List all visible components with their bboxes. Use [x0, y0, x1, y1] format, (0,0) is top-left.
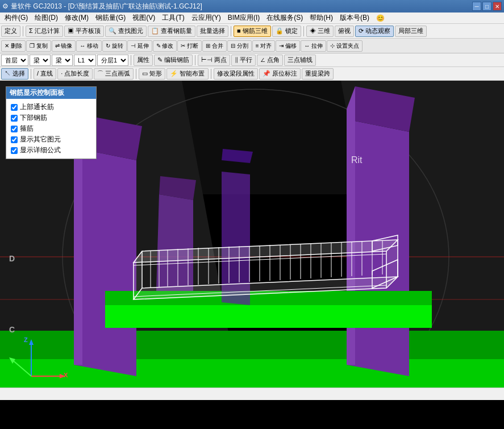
sep-t4b: [136, 69, 136, 79]
sep3: [303, 26, 304, 36]
btn-summary[interactable]: Σ 汇总计算: [26, 26, 63, 37]
btn-copy[interactable]: ❐ 复制: [26, 40, 51, 52]
sep1: [23, 26, 23, 36]
btn-merge[interactable]: ⊞ 合并: [202, 40, 227, 52]
coord-c: C: [9, 325, 15, 334]
menu-version[interactable]: 版本号(B): [336, 13, 373, 23]
label-lower-rebar: 下部钢筋: [20, 113, 47, 123]
coord-x: X: [64, 372, 68, 378]
btn-align[interactable]: ≡ 对齐: [252, 40, 276, 52]
btn-three-arc[interactable]: ⌒ 三点画弧: [94, 68, 134, 80]
sep2: [231, 26, 231, 36]
toolbar-row-3: 首层 梁 梁 L1 分层1 属性 ✎ 编辑钢筋 ⊢⊣ 两点 ∥ 平行 ∠ 点角 …: [0, 53, 504, 67]
btn-parallel[interactable]: ∥ 平行: [231, 55, 256, 66]
btn-stretch[interactable]: ↔ 拉伸: [301, 40, 326, 52]
btn-line[interactable]: / 直线: [34, 68, 56, 80]
titlebar: ⚙ 量软件 GCJ2013 - [D:\预结算及抽筋\广联达抽筋\测试-1.GC…: [0, 0, 504, 13]
menu-ht[interactable]: 绘图(D): [31, 13, 61, 23]
menu-xg[interactable]: 修改(M): [61, 13, 92, 23]
btn-offset[interactable]: ⇥ 偏移: [276, 40, 300, 52]
svg-marker-17: [105, 305, 432, 328]
3d-viewport[interactable]: Rit D C Z X 钢筋显示控制面板 上部通长筋 下部钢筋: [0, 81, 504, 388]
check-show-formula[interactable]: [11, 147, 18, 154]
btn-move[interactable]: ↔ 移动: [76, 40, 102, 52]
sep-t3: [131, 55, 131, 65]
sep-t4c: [211, 69, 211, 79]
maximize-button[interactable]: □: [482, 2, 491, 11]
btn-lock[interactable]: 🔒 锁定: [272, 26, 301, 37]
btn-align-slab[interactable]: ▣ 平齐板顶: [64, 26, 104, 37]
btn-top-view[interactable]: 俯视: [335, 26, 354, 37]
label-show-formula: 显示详细公式: [20, 145, 61, 155]
menu-yy[interactable]: 云应用(Y): [188, 13, 224, 23]
menu-gj2[interactable]: 工具(T): [159, 13, 188, 23]
btn-dynamic-view[interactable]: ⟳ 动态观察: [355, 26, 394, 37]
btn-delete[interactable]: ✕ 删除: [1, 40, 26, 52]
window-title: 量软件 GCJ2013 - [D:\预结算及抽筋\广联达抽筋\测试-1.GCJ1…: [11, 2, 472, 11]
btn-find[interactable]: 🔍 查找图元: [105, 26, 147, 37]
btn-rect[interactable]: ▭ 矩形: [139, 68, 165, 80]
btn-three-point-aux[interactable]: 三点辅线: [284, 55, 316, 66]
btn-3d[interactable]: ◈ 三维: [306, 26, 334, 37]
rebar-control-panel: 钢筋显示控制面板 上部通长筋 下部钢筋 箍筋 显示其它图元 显示详细公式: [6, 86, 97, 159]
btn-point-length[interactable]: · 点加长度: [57, 68, 93, 80]
btn-mirror[interactable]: ⇌ 镜像: [52, 40, 76, 52]
btn-modify[interactable]: ✎ 修改: [153, 40, 177, 52]
btn-extend[interactable]: ⊣ 延伸: [127, 40, 152, 52]
btn-local-3d[interactable]: 局部三维: [395, 26, 427, 37]
rebar-panel-body: 上部通长筋 下部钢筋 箍筋 显示其它图元 显示详细公式: [6, 99, 96, 159]
svg-marker-15: [156, 194, 193, 297]
menu-online[interactable]: 在线服务(S): [263, 13, 306, 23]
menu-bim[interactable]: BIM应用(I): [224, 13, 264, 23]
checkbox-show-formula[interactable]: 显示详细公式: [11, 145, 91, 155]
menu-gj[interactable]: 构件(G): [1, 13, 31, 23]
btn-rebar-3d[interactable]: ■ 钢筋三维: [234, 26, 271, 37]
check-show-other[interactable]: [11, 136, 18, 143]
toolbar-row-2: ✕ 删除 ❐ 复制 ⇌ 镜像 ↔ 移动 ↻ 旋转 ⊣ 延伸 ✎ 修改 ✂ 打断 …: [0, 39, 504, 53]
btn-in-situ-mark[interactable]: 📌 原位标注: [259, 68, 301, 80]
toolbar-row-4: ↖ 选择 / 直线 · 点加长度 ⌒ 三点画弧 ▭ 矩形 ⚡ 智能布置 修改梁段…: [0, 67, 504, 81]
btn-angle-point[interactable]: ∠ 点角: [257, 55, 283, 66]
btn-split[interactable]: ⊟ 分割: [227, 40, 252, 52]
coord-d: D: [9, 254, 15, 263]
rebar-panel-title: 钢筋显示控制面板: [6, 87, 96, 99]
select-sublayer[interactable]: 分层1: [97, 55, 128, 66]
check-stirrup[interactable]: [11, 126, 18, 132]
svg-marker-9: [74, 149, 136, 376]
checkbox-lower-rebar[interactable]: 下部钢筋: [11, 113, 91, 123]
menu-emoji: 😊: [373, 14, 388, 23]
window-controls: ─ □ ✕: [472, 2, 502, 11]
toolbar-row-1: 定义 Σ 汇总计算 ▣ 平齐板顶 🔍 查找图元 📋 查看钢筋量 批量选择 ■ 钢…: [0, 24, 504, 39]
select-type2[interactable]: 梁: [52, 55, 73, 66]
btn-define[interactable]: 定义: [1, 26, 20, 37]
btn-rotate[interactable]: ↻ 旋转: [102, 40, 127, 52]
btn-property[interactable]: 属性: [134, 55, 153, 66]
select-type1[interactable]: 梁: [30, 55, 51, 66]
menu-help[interactable]: 帮助(H): [306, 13, 336, 23]
btn-setpoint[interactable]: ⊹ 设置夹点: [327, 40, 363, 52]
check-upper-rebar[interactable]: [11, 104, 18, 111]
checkbox-stirrup[interactable]: 箍筋: [11, 124, 91, 134]
close-button[interactable]: ✕: [493, 2, 502, 11]
btn-two-point[interactable]: ⊢⊣ 两点: [198, 55, 230, 66]
checkbox-upper-rebar[interactable]: 上部通长筋: [11, 102, 91, 112]
btn-smart-place[interactable]: ⚡ 智能布置: [166, 68, 208, 80]
label-stirrup: 箍筋: [20, 124, 34, 134]
btn-modify-beam-seg[interactable]: 修改梁段属性: [214, 68, 258, 80]
select-floor[interactable]: 首层: [1, 55, 28, 66]
btn-view-rebar[interactable]: 📋 查看钢筋量: [148, 26, 195, 37]
btn-batch-select[interactable]: 批量选择: [197, 26, 228, 37]
check-lower-rebar[interactable]: [11, 115, 18, 122]
menubar: 构件(G) 绘图(D) 修改(M) 钢筋量(G) 视图(V) 工具(T) 云应用…: [0, 13, 504, 24]
btn-edit-rebar[interactable]: ✎ 编辑钢筋: [154, 55, 193, 66]
menu-st[interactable]: 视图(V): [129, 13, 159, 23]
menu-gjl[interactable]: 钢筋量(G): [92, 13, 129, 23]
checkbox-show-other[interactable]: 显示其它图元: [11, 135, 91, 144]
btn-break[interactable]: ✂ 打断: [177, 40, 202, 52]
sep-t3b: [195, 55, 195, 65]
minimize-button[interactable]: ─: [472, 2, 481, 11]
label-upper-rebar: 上部通长筋: [20, 102, 54, 112]
select-layer[interactable]: L1: [74, 55, 96, 66]
btn-re-extract-span[interactable]: 重提梁跨: [302, 68, 334, 80]
btn-select[interactable]: ↖ 选择: [1, 68, 28, 80]
